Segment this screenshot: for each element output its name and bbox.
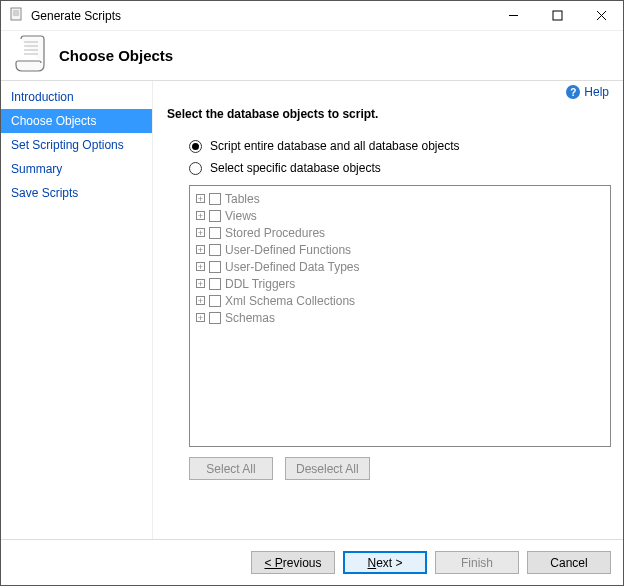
- tree-label: Schemas: [225, 311, 275, 325]
- close-button[interactable]: [579, 1, 623, 31]
- window-frame: Generate Scripts Choose Objects Introduc…: [0, 0, 624, 586]
- tree-node-user-defined-functions[interactable]: + User-Defined Functions: [196, 241, 604, 258]
- wizard-header: Choose Objects: [1, 31, 623, 81]
- checkbox-icon[interactable]: [209, 278, 221, 290]
- checkbox-icon[interactable]: [209, 312, 221, 324]
- tree-node-stored-procedures[interactable]: + Stored Procedures: [196, 224, 604, 241]
- wizard-steps-sidebar: Introduction Choose Objects Set Scriptin…: [1, 81, 153, 539]
- step-choose-objects[interactable]: Choose Objects: [1, 109, 152, 133]
- help-icon: ?: [566, 85, 580, 99]
- step-save-scripts[interactable]: Save Scripts: [1, 181, 152, 205]
- script-icon: [15, 35, 49, 76]
- select-all-button[interactable]: Select All: [189, 457, 273, 480]
- next-button[interactable]: Next >: [343, 551, 427, 574]
- main-panel: ? Help Select the database objects to sc…: [153, 81, 623, 539]
- radio-icon: [189, 140, 202, 153]
- minimize-button[interactable]: [491, 1, 535, 31]
- tree-node-xml-schema-collections[interactable]: + Xml Schema Collections: [196, 292, 604, 309]
- tree-label: Stored Procedures: [225, 226, 325, 240]
- tree-label: Tables: [225, 192, 260, 206]
- tree-node-schemas[interactable]: + Schemas: [196, 309, 604, 326]
- expand-icon[interactable]: +: [196, 279, 205, 288]
- tree-label: Views: [225, 209, 257, 223]
- tree-label: User-Defined Functions: [225, 243, 351, 257]
- finish-button[interactable]: Finish: [435, 551, 519, 574]
- radio-specific-objects[interactable]: Select specific database objects: [189, 161, 611, 175]
- wizard-footer: < Previous Next > Finish Cancel: [1, 539, 623, 585]
- page-title: Choose Objects: [59, 47, 173, 64]
- svg-rect-5: [553, 11, 562, 20]
- radio-icon: [189, 162, 202, 175]
- tree-node-tables[interactable]: + Tables: [196, 190, 604, 207]
- expand-icon[interactable]: +: [196, 313, 205, 322]
- checkbox-icon[interactable]: [209, 227, 221, 239]
- previous-button[interactable]: < Previous: [251, 551, 335, 574]
- selection-button-row: Select All Deselect All: [189, 457, 611, 480]
- help-link[interactable]: ? Help: [566, 85, 609, 99]
- checkbox-icon[interactable]: [209, 193, 221, 205]
- expand-icon[interactable]: +: [196, 211, 205, 220]
- tree-label: DDL Triggers: [225, 277, 295, 291]
- step-summary[interactable]: Summary: [1, 157, 152, 181]
- maximize-button[interactable]: [535, 1, 579, 31]
- checkbox-icon[interactable]: [209, 210, 221, 222]
- expand-icon[interactable]: +: [196, 262, 205, 271]
- cancel-button[interactable]: Cancel: [527, 551, 611, 574]
- radio-entire-label: Script entire database and all database …: [210, 139, 460, 153]
- step-set-scripting-options[interactable]: Set Scripting Options: [1, 133, 152, 157]
- checkbox-icon[interactable]: [209, 244, 221, 256]
- objects-tree: + Tables + Views + Stored Procedures +: [189, 185, 611, 447]
- app-icon: [9, 6, 25, 25]
- titlebar: Generate Scripts: [1, 1, 623, 31]
- body-area: Introduction Choose Objects Set Scriptin…: [1, 81, 623, 539]
- expand-icon[interactable]: +: [196, 296, 205, 305]
- checkbox-icon[interactable]: [209, 261, 221, 273]
- step-introduction[interactable]: Introduction: [1, 85, 152, 109]
- tree-node-views[interactable]: + Views: [196, 207, 604, 224]
- tree-node-ddl-triggers[interactable]: + DDL Triggers: [196, 275, 604, 292]
- checkbox-icon[interactable]: [209, 295, 221, 307]
- radio-specific-label: Select specific database objects: [210, 161, 381, 175]
- instruction-text: Select the database objects to script.: [167, 107, 611, 121]
- radio-entire-database[interactable]: Script entire database and all database …: [189, 139, 611, 153]
- help-label: Help: [584, 85, 609, 99]
- tree-label: User-Defined Data Types: [225, 260, 360, 274]
- svg-rect-0: [11, 8, 21, 20]
- expand-icon[interactable]: +: [196, 194, 205, 203]
- deselect-all-button[interactable]: Deselect All: [285, 457, 370, 480]
- tree-node-user-defined-data-types[interactable]: + User-Defined Data Types: [196, 258, 604, 275]
- tree-label: Xml Schema Collections: [225, 294, 355, 308]
- window-title: Generate Scripts: [31, 9, 121, 23]
- expand-icon[interactable]: +: [196, 228, 205, 237]
- expand-icon[interactable]: +: [196, 245, 205, 254]
